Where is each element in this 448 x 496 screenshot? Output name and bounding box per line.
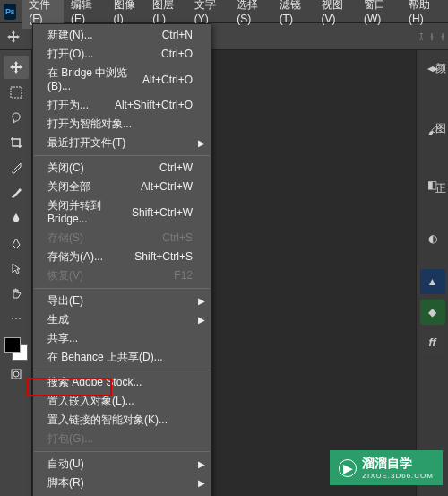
menu-item[interactable]: 置入嵌入对象(L)...	[33, 392, 211, 411]
file-menu-dropdown: 新建(N)...Ctrl+N打开(O)...Ctrl+O在 Bridge 中浏览…	[32, 23, 211, 496]
crop-tool[interactable]	[4, 131, 29, 154]
hand-tool[interactable]	[4, 282, 29, 305]
watermark-brand: 溜溜自学	[362, 456, 434, 472]
menu-item-label: 恢复(V)	[47, 269, 83, 283]
eyedropper-tool[interactable]	[4, 156, 29, 179]
menu-filter[interactable]: 滤镜(T)	[272, 0, 314, 29]
menu-item-shortcut: Shift+Ctrl+S	[134, 250, 193, 264]
menu-item-label: 生成	[47, 313, 69, 326]
menu-item-label: 自动(U)	[47, 457, 84, 471]
panel-label: 正	[434, 179, 448, 198]
more-tools[interactable]: ⋯	[4, 307, 29, 330]
left-toolbar: ⋯	[0, 50, 32, 496]
menu-item[interactable]: 在 Behance 上共享(D)...	[33, 348, 211, 367]
menu-item[interactable]: 导入(M)▶	[33, 492, 211, 496]
menu-item[interactable]: 打开(O)...Ctrl+O	[33, 45, 211, 64]
plugin-blue-icon[interactable]: ▲	[420, 269, 445, 294]
menu-item[interactable]: 新建(N)...Ctrl+N	[33, 26, 211, 45]
menu-item-label: 共享...	[47, 332, 78, 345]
menu-item[interactable]: 关闭(C)Ctrl+W	[33, 159, 211, 178]
menu-item[interactable]: 存储为(A)...Shift+Ctrl+S	[33, 248, 211, 266]
watermark: ▶ 溜溜自学 ZIXUE.3D66.COM	[330, 450, 443, 485]
menu-item-label: 存储为(A)...	[47, 250, 103, 264]
menu-item: 存储(S)Ctrl+S	[33, 229, 211, 248]
menu-item-shortcut: Ctrl+O	[161, 48, 193, 61]
menu-item-label: 打包(G)...	[47, 432, 93, 446]
move-tool-icon[interactable]	[4, 27, 23, 47]
pen-tool[interactable]	[4, 231, 29, 255]
align-icon[interactable]: ⫱	[419, 30, 423, 43]
menu-item-label: 搜索 Adobe Stock...	[47, 376, 142, 389]
menu-item-label: 新建(N)...	[47, 29, 93, 42]
menu-item-shortcut: Alt+Shift+Ctrl+O	[115, 99, 193, 112]
app-logo: Ps	[4, 4, 16, 20]
menu-item-label: 关闭全部	[47, 180, 90, 194]
plugin-green-icon[interactable]: ◆	[420, 300, 445, 325]
menu-item-label: 在 Bridge 中浏览(B)...	[47, 66, 142, 93]
menu-item[interactable]: 脚本(R)▶	[33, 474, 211, 492]
menu-item-label: 置入链接的智能对象(K)...	[47, 413, 168, 427]
play-icon: ▶	[339, 459, 357, 477]
menu-item[interactable]: 打开为智能对象...	[33, 115, 211, 134]
path-select-tool[interactable]	[4, 257, 29, 280]
menu-item[interactable]: 打开为...Alt+Shift+Ctrl+O	[33, 96, 211, 115]
submenu-arrow-icon: ▶	[198, 457, 205, 471]
menu-item: 恢复(V)F12	[33, 266, 211, 285]
menu-separator	[34, 370, 210, 370]
menu-item[interactable]: 置入链接的智能对象(K)...	[33, 411, 211, 430]
menu-select[interactable]: 选择(S)	[229, 0, 271, 29]
menu-item-label: 最近打开文件(T)	[47, 136, 125, 150]
gradient-tool[interactable]	[4, 206, 29, 230]
menu-item[interactable]: 关闭全部Alt+Ctrl+W	[33, 178, 211, 196]
menu-item-shortcut: Alt+Ctrl+O	[142, 74, 193, 87]
menu-item-shortcut: Ctrl+W	[159, 161, 193, 175]
menu-item-shortcut: Ctrl+S	[162, 231, 193, 245]
panel-label: 颜	[434, 59, 448, 78]
menu-separator	[34, 155, 210, 156]
menu-item-label: 关闭(C)	[47, 161, 84, 175]
menu-item[interactable]: 关闭并转到 Bridge...Shift+Ctrl+W	[33, 196, 211, 229]
fg-color[interactable]	[4, 337, 21, 353]
panel-label: 图	[434, 119, 448, 138]
menu-item-shortcut: Ctrl+N	[162, 29, 193, 42]
menu-view[interactable]: 视图(V)	[314, 0, 357, 29]
right-panel-labels: 颜 图 正	[434, 50, 448, 198]
menu-item: 打包(G)...	[33, 430, 211, 448]
menu-separator	[34, 288, 210, 289]
menubar: Ps 文件(F) 编辑(E) 图像(I) 图层(L) 文字(Y) 选择(S) 滤…	[0, 0, 448, 23]
lasso-tool[interactable]	[4, 106, 29, 129]
plugin-ff-icon[interactable]: ff	[420, 330, 445, 355]
menu-item[interactable]: 在 Bridge 中浏览(B)...Alt+Ctrl+O	[33, 64, 211, 96]
menu-item-label: 关闭并转到 Bridge...	[47, 199, 132, 226]
quickmask-tool[interactable]	[4, 362, 29, 386]
submenu-arrow-icon: ▶	[198, 313, 205, 326]
brush-tool[interactable]	[4, 181, 29, 204]
submenu-arrow-icon: ▶	[198, 136, 205, 150]
menu-item-label: 打开为...	[47, 99, 89, 112]
menu-help[interactable]: 帮助(H)	[401, 0, 444, 29]
menu-item[interactable]: 共享...	[33, 329, 211, 348]
menu-item[interactable]: 导出(E)▶	[33, 292, 211, 310]
menu-item[interactable]: 生成▶	[33, 310, 211, 329]
menu-item-label: 置入嵌入对象(L)...	[47, 395, 134, 408]
menu-item-label: 存储(S)	[47, 231, 83, 245]
align-icon[interactable]: ⫲	[430, 30, 434, 43]
menu-item[interactable]: 搜索 Adobe Stock...	[33, 373, 211, 392]
menu-item-label: 脚本(R)	[47, 476, 84, 490]
menu-item-shortcut: Shift+Ctrl+W	[132, 206, 193, 220]
color-swatch[interactable]	[4, 337, 28, 361]
move-tool[interactable]	[4, 56, 29, 79]
menu-item-label: 打开(O)...	[47, 48, 93, 61]
menu-window[interactable]: 窗口(W)	[357, 0, 401, 29]
align-icon[interactable]: ⫳	[441, 30, 444, 43]
menu-item[interactable]: 最近打开文件(T)▶	[33, 134, 211, 152]
menu-item-label: 在 Behance 上共享(D)...	[47, 351, 163, 364]
submenu-arrow-icon: ▶	[198, 476, 205, 490]
svg-point-2	[13, 371, 19, 377]
menu-item[interactable]: 自动(U)▶	[33, 455, 211, 474]
menu-item-shortcut: F12	[174, 269, 193, 283]
menu-item-label: 导出(E)	[47, 294, 83, 308]
adjust-panel-icon[interactable]: ◐	[420, 226, 445, 251]
marquee-tool[interactable]	[4, 81, 29, 104]
menu-item-label: 打开为智能对象...	[47, 117, 132, 131]
